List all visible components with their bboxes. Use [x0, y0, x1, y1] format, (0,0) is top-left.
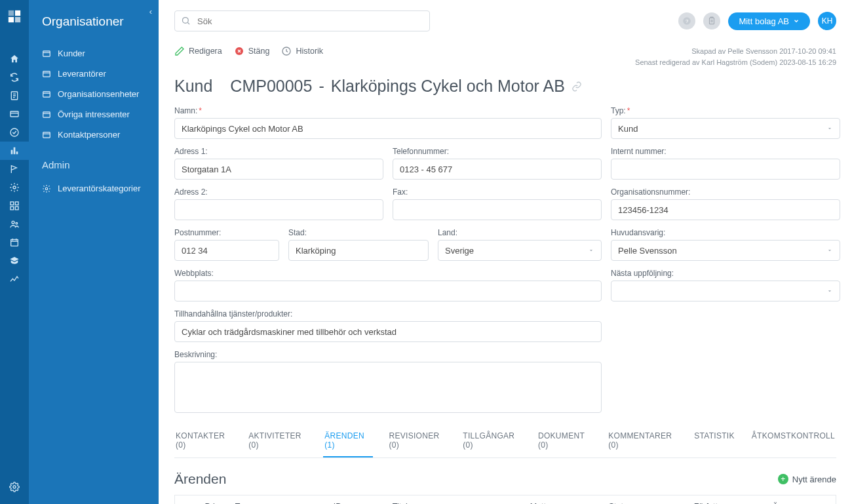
sidebar: ‹ Organisationer Kunder Leverantörer Org… — [29, 0, 159, 504]
col-prio[interactable]: Prio — [197, 495, 227, 505]
svg-point-6 — [10, 128, 18, 136]
clock-icon — [281, 46, 292, 56]
svg-rect-19 — [43, 111, 50, 117]
search-wrap — [174, 10, 430, 31]
org-form: Namn:* Typ:* Kund Adress 1: Telefonnumme… — [174, 106, 836, 413]
rail-settings2[interactable] — [0, 178, 29, 197]
tab-comments[interactable]: KOMMENTARER (0) — [607, 425, 678, 457]
search-icon — [181, 16, 191, 26]
sidebar-item-suppliers[interactable]: Leverantörer — [29, 64, 159, 84]
svg-point-12 — [12, 221, 14, 223]
services-input[interactable] — [182, 327, 594, 337]
rail-check[interactable] — [0, 123, 29, 142]
page-title: Kund CMP00005 - Klarköpings Cykel och Mo… — [174, 77, 836, 96]
svg-rect-9 — [15, 202, 18, 205]
type-select[interactable]: Kund — [611, 118, 840, 139]
col-title[interactable]: Titel — [385, 495, 522, 505]
close-button[interactable]: Stäng — [234, 46, 270, 56]
country-label: Land: — [438, 228, 602, 237]
sidebar-item-stakeholders[interactable]: Övriga intressenter — [29, 104, 159, 125]
desc-label: Beskrivning: — [174, 350, 602, 359]
manager-select[interactable]: Pelle Svensson — [611, 240, 840, 261]
tab-contacts[interactable]: KONTAKTER (0) — [174, 425, 233, 457]
postal-label: Postnummer: — [174, 228, 279, 237]
detail-tabs: KONTAKTER (0) AKTIVITETER (0) ÄRENDEN (1… — [174, 425, 836, 458]
rail-flag[interactable] — [0, 160, 29, 178]
rail-people[interactable] — [0, 215, 29, 233]
name-input[interactable] — [182, 124, 594, 134]
desc-textarea[interactable] — [174, 362, 602, 413]
col-id[interactable]: ID — [326, 495, 385, 505]
addr1-input[interactable] — [182, 165, 376, 174]
city-input[interactable] — [296, 246, 421, 256]
rail-home[interactable] — [0, 50, 29, 68]
search-input[interactable] — [174, 10, 430, 31]
rail-grad[interactable] — [0, 252, 29, 270]
tel-input[interactable] — [400, 165, 594, 174]
rail-cycle[interactable] — [0, 68, 29, 87]
rail-dash[interactable] — [0, 197, 29, 215]
tab-revisions[interactable]: REVISIONER (0) — [387, 425, 447, 457]
rail-doc[interactable] — [0, 87, 29, 105]
fax-input[interactable] — [400, 205, 594, 215]
svg-rect-11 — [15, 206, 18, 210]
tab-activities[interactable]: AKTIVITETER (0) — [247, 425, 309, 457]
record-meta: Skapad av Pelle Svensson 2017-10-20 09:4… — [635, 46, 836, 68]
col-status[interactable]: Status — [601, 495, 686, 505]
link-icon[interactable] — [571, 81, 582, 92]
svg-point-7 — [13, 186, 16, 189]
issues-section-title: Ärenden — [174, 471, 226, 487]
topbar: ? Mitt bolag AB KH — [174, 10, 836, 31]
svg-text:?: ? — [686, 18, 688, 24]
tab-documents[interactable]: DOKUMENT (0) — [537, 425, 592, 457]
sidebar-item-supplier-categories[interactable]: Leverantörskategorier — [29, 178, 159, 199]
sidebar-item-label: Organisationsenheter — [58, 89, 139, 99]
addr2-input[interactable] — [182, 205, 376, 215]
sidebar-item-units[interactable]: Organisationsenheter — [29, 84, 159, 104]
col-received[interactable]: Mottagen — [522, 495, 601, 505]
tab-assets[interactable]: TILLGÅNGAR (0) — [461, 425, 522, 457]
tab-stats[interactable]: STATISTIK — [693, 425, 736, 457]
icon-rail — [0, 0, 29, 504]
plus-icon: + — [778, 474, 788, 484]
svg-point-22 — [183, 18, 189, 24]
history-button[interactable]: Historik — [281, 46, 323, 56]
col-type[interactable]: Typ — [227, 495, 326, 505]
company-selector[interactable]: Mitt bolag AB — [728, 12, 810, 30]
user-avatar[interactable]: KH — [818, 12, 836, 30]
rail-settings[interactable] — [0, 478, 29, 496]
col-owner[interactable]: Ägare — [765, 495, 836, 505]
addr2-label: Adress 2: — [174, 187, 383, 197]
help-button[interactable]: ? — [678, 12, 695, 29]
tab-access[interactable]: ÅTKOMSTKONTROLL — [750, 425, 836, 457]
svg-rect-16 — [43, 50, 50, 56]
clipboard-button[interactable] — [703, 12, 720, 29]
sidebar-collapse[interactable]: ‹ — [149, 7, 152, 16]
chevron-down-icon — [826, 125, 833, 132]
services-label: Tillhandahållna tjänster/produkter: — [174, 309, 602, 319]
rail-org[interactable] — [0, 142, 29, 160]
new-issue-button[interactable]: + Nytt ärende — [778, 474, 836, 484]
sidebar-item-customers[interactable]: Kunder — [29, 43, 159, 64]
postal-input[interactable] — [182, 246, 272, 256]
rail-cal[interactable] — [0, 233, 29, 252]
country-select[interactable]: Sverige — [438, 240, 602, 261]
orgnr-input[interactable] — [618, 205, 833, 215]
col-author[interactable]: Författare — [686, 495, 765, 505]
svg-rect-25 — [710, 18, 714, 24]
name-label: Namn:* — [174, 106, 602, 115]
svg-rect-0 — [9, 10, 14, 16]
tab-issues[interactable]: ÄRENDEN (1) — [323, 425, 373, 457]
sidebar-item-contacts[interactable]: Kontaktpersoner — [29, 125, 159, 145]
svg-rect-2 — [9, 17, 14, 22]
followup-select[interactable] — [611, 281, 840, 301]
app-logo-icon — [7, 9, 22, 24]
sidebar-item-label: Kontaktpersoner — [58, 130, 120, 140]
internal-input[interactable] — [618, 165, 833, 174]
website-input[interactable] — [182, 286, 594, 296]
rail-card[interactable] — [0, 105, 29, 123]
edit-button[interactable]: Redigera — [174, 46, 222, 56]
rail-spark[interactable] — [0, 270, 29, 288]
table-header-row: Prio Typ ID Titel Mottagen Status Förfat… — [175, 495, 836, 505]
svg-rect-8 — [10, 202, 14, 205]
